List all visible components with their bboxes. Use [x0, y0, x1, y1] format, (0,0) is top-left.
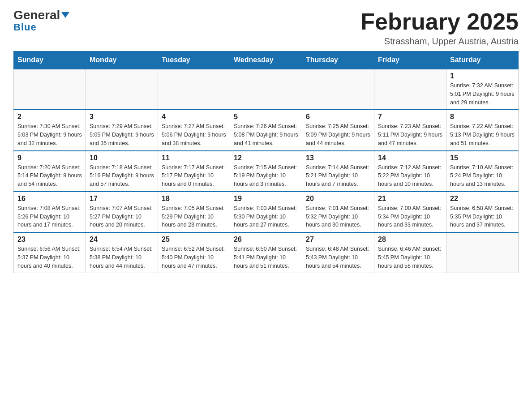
calendar-cell: [86, 69, 158, 110]
logo: General Blue: [13, 9, 69, 33]
calendar-cell: [158, 69, 230, 110]
day-number: 22: [450, 195, 515, 203]
calendar-cell: 14Sunrise: 7:12 AM Sunset: 5:22 PM Dayli…: [374, 151, 446, 192]
day-info: Sunrise: 6:52 AM Sunset: 5:40 PM Dayligh…: [162, 245, 226, 270]
day-info: Sunrise: 7:00 AM Sunset: 5:34 PM Dayligh…: [378, 204, 442, 229]
day-info: Sunrise: 7:14 AM Sunset: 5:21 PM Dayligh…: [306, 163, 370, 188]
logo-blue: Blue: [13, 21, 37, 33]
calendar-week-row: 2Sunrise: 7:30 AM Sunset: 5:03 PM Daylig…: [14, 110, 519, 150]
location-title: Strassham, Upper Austria, Austria: [360, 36, 519, 47]
calendar-cell: 24Sunrise: 6:54 AM Sunset: 5:38 PM Dayli…: [86, 232, 158, 273]
day-info: Sunrise: 7:26 AM Sunset: 5:08 PM Dayligh…: [234, 122, 298, 147]
calendar-cell: 8Sunrise: 7:22 AM Sunset: 5:13 PM Daylig…: [446, 110, 519, 150]
day-number: 21: [378, 195, 442, 203]
weekday-header-friday: Friday: [374, 51, 446, 69]
day-info: Sunrise: 7:17 AM Sunset: 5:17 PM Dayligh…: [162, 163, 226, 188]
day-number: 28: [378, 235, 442, 244]
day-info: Sunrise: 7:29 AM Sunset: 5:05 PM Dayligh…: [90, 122, 154, 147]
day-number: 7: [378, 113, 442, 121]
calendar-cell: 22Sunrise: 6:58 AM Sunset: 5:35 PM Dayli…: [446, 192, 519, 232]
day-number: 13: [306, 154, 370, 162]
day-number: 25: [162, 235, 226, 244]
day-number: 11: [162, 154, 226, 162]
calendar-cell: 9Sunrise: 7:20 AM Sunset: 5:14 PM Daylig…: [14, 151, 86, 192]
day-info: Sunrise: 7:07 AM Sunset: 5:27 PM Dayligh…: [90, 204, 154, 229]
calendar-cell: [14, 69, 86, 110]
day-number: 23: [17, 235, 82, 244]
title-area: February 2025 Strassham, Upper Austria, …: [360, 9, 519, 47]
weekday-header-monday: Monday: [86, 51, 158, 69]
day-info: Sunrise: 7:23 AM Sunset: 5:11 PM Dayligh…: [378, 122, 442, 147]
day-info: Sunrise: 7:10 AM Sunset: 5:24 PM Dayligh…: [450, 163, 515, 188]
day-info: Sunrise: 7:03 AM Sunset: 5:30 PM Dayligh…: [234, 204, 298, 229]
calendar-week-row: 1Sunrise: 7:32 AM Sunset: 5:01 PM Daylig…: [14, 69, 519, 110]
weekday-header-saturday: Saturday: [446, 51, 519, 69]
day-info: Sunrise: 7:20 AM Sunset: 5:14 PM Dayligh…: [17, 163, 82, 188]
day-info: Sunrise: 7:08 AM Sunset: 5:26 PM Dayligh…: [17, 204, 82, 229]
day-number: 16: [17, 195, 82, 203]
calendar-cell: 17Sunrise: 7:07 AM Sunset: 5:27 PM Dayli…: [86, 192, 158, 232]
day-number: 5: [234, 113, 298, 121]
calendar-cell: 27Sunrise: 6:48 AM Sunset: 5:43 PM Dayli…: [302, 232, 374, 273]
calendar-cell: 15Sunrise: 7:10 AM Sunset: 5:24 PM Dayli…: [446, 151, 519, 192]
calendar-cell: 26Sunrise: 6:50 AM Sunset: 5:41 PM Dayli…: [230, 232, 302, 273]
day-number: 8: [450, 113, 515, 121]
day-number: 3: [90, 113, 154, 121]
calendar-cell: [446, 232, 519, 273]
day-info: Sunrise: 6:56 AM Sunset: 5:37 PM Dayligh…: [17, 245, 82, 270]
month-title: February 2025: [360, 9, 519, 34]
calendar-week-row: 16Sunrise: 7:08 AM Sunset: 5:26 PM Dayli…: [14, 192, 519, 232]
calendar-cell: 18Sunrise: 7:05 AM Sunset: 5:29 PM Dayli…: [158, 192, 230, 232]
day-number: 10: [90, 154, 154, 162]
calendar-cell: 23Sunrise: 6:56 AM Sunset: 5:37 PM Dayli…: [14, 232, 86, 273]
weekday-header-thursday: Thursday: [302, 51, 374, 69]
calendar-cell: [302, 69, 374, 110]
calendar-cell: 1Sunrise: 7:32 AM Sunset: 5:01 PM Daylig…: [446, 69, 519, 110]
weekday-header-sunday: Sunday: [14, 51, 86, 69]
calendar-header: SundayMondayTuesdayWednesdayThursdayFrid…: [14, 51, 519, 69]
calendar-cell: 5Sunrise: 7:26 AM Sunset: 5:08 PM Daylig…: [230, 110, 302, 150]
day-number: 19: [234, 195, 298, 203]
day-info: Sunrise: 7:22 AM Sunset: 5:13 PM Dayligh…: [450, 122, 515, 147]
calendar-cell: 25Sunrise: 6:52 AM Sunset: 5:40 PM Dayli…: [158, 232, 230, 273]
day-info: Sunrise: 6:46 AM Sunset: 5:45 PM Dayligh…: [378, 245, 442, 270]
calendar-cell: [374, 69, 446, 110]
calendar-cell: 10Sunrise: 7:18 AM Sunset: 5:16 PM Dayli…: [86, 151, 158, 192]
day-number: 14: [378, 154, 442, 162]
day-info: Sunrise: 7:27 AM Sunset: 5:06 PM Dayligh…: [162, 122, 226, 147]
day-info: Sunrise: 7:05 AM Sunset: 5:29 PM Dayligh…: [162, 204, 226, 229]
calendar-week-row: 9Sunrise: 7:20 AM Sunset: 5:14 PM Daylig…: [14, 151, 519, 192]
day-info: Sunrise: 6:48 AM Sunset: 5:43 PM Dayligh…: [306, 245, 370, 270]
day-info: Sunrise: 7:12 AM Sunset: 5:22 PM Dayligh…: [378, 163, 442, 188]
day-info: Sunrise: 7:01 AM Sunset: 5:32 PM Dayligh…: [306, 204, 370, 229]
calendar-cell: 12Sunrise: 7:15 AM Sunset: 5:19 PM Dayli…: [230, 151, 302, 192]
day-number: 2: [17, 113, 82, 121]
day-info: Sunrise: 7:18 AM Sunset: 5:16 PM Dayligh…: [90, 163, 154, 188]
logo-wordmark: General: [13, 9, 69, 21]
calendar-cell: 16Sunrise: 7:08 AM Sunset: 5:26 PM Dayli…: [14, 192, 86, 232]
calendar-week-row: 23Sunrise: 6:56 AM Sunset: 5:37 PM Dayli…: [14, 232, 519, 273]
day-info: Sunrise: 6:50 AM Sunset: 5:41 PM Dayligh…: [234, 245, 298, 270]
calendar-cell: 4Sunrise: 7:27 AM Sunset: 5:06 PM Daylig…: [158, 110, 230, 150]
day-number: 9: [17, 154, 82, 162]
day-number: 12: [234, 154, 298, 162]
day-info: Sunrise: 6:58 AM Sunset: 5:35 PM Dayligh…: [450, 204, 515, 229]
day-info: Sunrise: 6:54 AM Sunset: 5:38 PM Dayligh…: [90, 245, 154, 270]
day-number: 4: [162, 113, 226, 121]
calendar-cell: 19Sunrise: 7:03 AM Sunset: 5:30 PM Dayli…: [230, 192, 302, 232]
day-number: 27: [306, 235, 370, 244]
calendar-cell: 28Sunrise: 6:46 AM Sunset: 5:45 PM Dayli…: [374, 232, 446, 273]
calendar-table: SundayMondayTuesdayWednesdayThursdayFrid…: [13, 51, 519, 273]
day-number: 17: [90, 195, 154, 203]
day-number: 26: [234, 235, 298, 244]
calendar-cell: 7Sunrise: 7:23 AM Sunset: 5:11 PM Daylig…: [374, 110, 446, 150]
day-info: Sunrise: 7:25 AM Sunset: 5:09 PM Dayligh…: [306, 122, 370, 147]
calendar-cell: 11Sunrise: 7:17 AM Sunset: 5:17 PM Dayli…: [158, 151, 230, 192]
calendar-cell: 6Sunrise: 7:25 AM Sunset: 5:09 PM Daylig…: [302, 110, 374, 150]
calendar-cell: 2Sunrise: 7:30 AM Sunset: 5:03 PM Daylig…: [14, 110, 86, 150]
day-info: Sunrise: 7:30 AM Sunset: 5:03 PM Dayligh…: [17, 122, 82, 147]
day-info: Sunrise: 7:15 AM Sunset: 5:19 PM Dayligh…: [234, 163, 298, 188]
day-info: Sunrise: 7:32 AM Sunset: 5:01 PM Dayligh…: [450, 81, 515, 107]
calendar-cell: [230, 69, 302, 110]
day-number: 15: [450, 154, 515, 162]
